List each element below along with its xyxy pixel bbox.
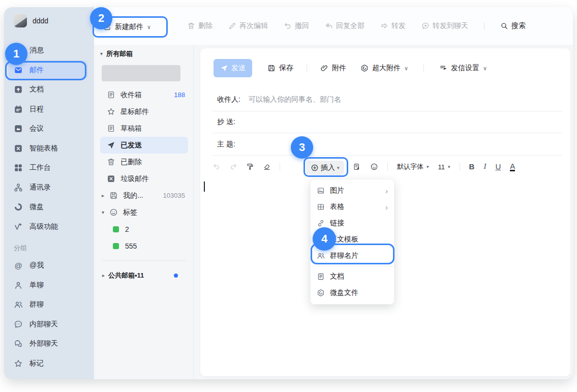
menu-item-drive-file[interactable]: 微盘文件 bbox=[311, 285, 394, 301]
tag-item[interactable]: 2 bbox=[100, 221, 188, 237]
sidebar-item-workbench[interactable]: 工作台 bbox=[4, 158, 94, 178]
font-color-button[interactable]: A bbox=[510, 162, 515, 171]
pencil-icon bbox=[228, 22, 236, 30]
group-section-label: 分组 bbox=[4, 236, 94, 256]
redo-icon[interactable] bbox=[229, 163, 237, 171]
format-painter-icon[interactable] bbox=[246, 163, 254, 171]
sidebar-item-contacts[interactable]: 通讯录 bbox=[4, 178, 94, 198]
large-attachment-button[interactable]: 超大附件 ∨ bbox=[360, 64, 408, 73]
sidebar-item-smart-sheet[interactable]: 智能表格 bbox=[4, 139, 94, 159]
sidebar-item-direct-chat[interactable]: 单聊 bbox=[4, 276, 94, 295]
to-field[interactable]: 收件人: 可以输入你的同事名、部门名 bbox=[212, 88, 562, 111]
folder-deleted[interactable]: 已删除 bbox=[100, 154, 188, 170]
folder-sent[interactable]: 已发送 bbox=[100, 137, 188, 154]
recall-button[interactable]: 撤回 bbox=[284, 21, 309, 31]
send-settings-icon bbox=[439, 64, 447, 72]
step-2-badge: 2 bbox=[90, 7, 112, 29]
sidebar-item-drive[interactable]: 微盘 bbox=[4, 197, 94, 217]
group-card-icon bbox=[317, 252, 325, 260]
insert-button[interactable]: 插入 ▾ bbox=[306, 161, 344, 175]
mail-icon bbox=[14, 66, 23, 75]
delete-button[interactable]: 删除 bbox=[187, 21, 212, 31]
attachment-button[interactable]: 附件 bbox=[320, 64, 346, 73]
advanced-icon bbox=[14, 222, 23, 231]
toolbar-divider bbox=[423, 64, 424, 72]
step-3-badge: 3 bbox=[291, 136, 313, 159]
reply-all-button[interactable]: 回复全部 bbox=[325, 21, 365, 31]
sidebar-item-calendar[interactable]: 日程 bbox=[4, 100, 94, 119]
bold-button[interactable]: B bbox=[469, 163, 475, 171]
chevron-down-icon: ∨ bbox=[483, 66, 487, 71]
folder-inbox[interactable]: 收件箱 188 bbox=[100, 86, 188, 103]
forward-button[interactable]: 转发 bbox=[380, 21, 406, 31]
clear-format-icon[interactable] bbox=[263, 163, 271, 171]
submenu-arrow-icon: › bbox=[385, 187, 388, 195]
editor-toolbar-left bbox=[212, 158, 280, 176]
folder-starred[interactable]: 星标邮件 bbox=[100, 103, 188, 120]
public-mailbox-header[interactable]: ▸ 公共邮箱•11 bbox=[100, 267, 188, 280]
sidebar-item-at-me[interactable]: @ @我 bbox=[4, 256, 94, 276]
toolbar-divider bbox=[307, 64, 307, 72]
sidebar-item-meeting[interactable]: 会议 bbox=[4, 119, 94, 139]
sidebar-item-docs[interactable]: 文档 bbox=[4, 80, 94, 100]
font-family-select[interactable]: 默认字体 ▾ bbox=[397, 162, 429, 171]
toolbar-divider bbox=[460, 163, 460, 171]
app-window: dddd 消息 邮件 文档 日程 bbox=[4, 7, 573, 379]
all-mailboxes-header[interactable]: ▾ 所有邮箱 bbox=[100, 47, 188, 61]
tag-icon bbox=[109, 208, 118, 217]
paperclip-icon bbox=[320, 64, 328, 72]
tags-header[interactable]: ▾ 标签 bbox=[100, 204, 188, 221]
undo-icon bbox=[284, 22, 292, 30]
person-icon bbox=[14, 281, 23, 290]
avatar[interactable] bbox=[14, 14, 27, 27]
cc-field[interactable]: 抄 送: bbox=[212, 111, 562, 133]
edit-again-button[interactable]: 再次编辑 bbox=[228, 21, 268, 31]
sidebar-item-internal-chat[interactable]: 内部聊天 bbox=[4, 315, 94, 335]
user-row[interactable]: dddd bbox=[4, 7, 94, 27]
forward-icon bbox=[380, 22, 388, 30]
recipient-fields: 收件人: 可以输入你的同事名、部门名 抄 送: 主 题: bbox=[212, 88, 562, 156]
large-attachment-icon bbox=[360, 64, 369, 72]
font-size-select[interactable]: 11 ▾ bbox=[438, 163, 450, 171]
chat-bubbles-icon bbox=[14, 339, 23, 348]
forward-to-chat-icon bbox=[421, 22, 430, 30]
italic-button[interactable]: I bbox=[483, 163, 486, 171]
emoji-icon[interactable] bbox=[370, 163, 378, 171]
at-icon: @ bbox=[14, 261, 23, 270]
contacts-icon bbox=[14, 183, 23, 192]
folder-junk[interactable]: 垃圾邮件 bbox=[100, 170, 188, 187]
quote-template-icon[interactable] bbox=[353, 163, 361, 171]
menu-item-table[interactable]: 表格 › bbox=[311, 199, 394, 215]
folder-my-folders[interactable]: ▸ 我的... 103035 bbox=[100, 187, 188, 204]
save-icon bbox=[267, 64, 276, 72]
caret-down-icon: ▾ bbox=[427, 165, 429, 169]
group-nav: @ @我 单聊 群聊 内部聊天 外部聊天 bbox=[4, 256, 94, 373]
search-icon bbox=[500, 22, 508, 30]
undo-icon[interactable] bbox=[212, 163, 221, 171]
step-4-badge: 4 bbox=[313, 227, 336, 251]
menu-item-image[interactable]: 图片 › bbox=[311, 183, 394, 199]
tag-item[interactable]: 555 bbox=[100, 237, 188, 254]
forward-to-chat-button[interactable]: 转发到聊天 bbox=[421, 21, 468, 31]
sent-icon bbox=[107, 141, 115, 149]
sidebar-item-group-chat[interactable]: 群聊 bbox=[4, 295, 94, 315]
save-button[interactable]: 保存 bbox=[267, 64, 293, 73]
folder-count: 103035 bbox=[163, 192, 185, 199]
underline-button[interactable]: U bbox=[495, 163, 501, 171]
to-placeholder: 可以输入你的同事名、部门名 bbox=[249, 95, 341, 104]
folder-drafts[interactable]: 草稿箱 bbox=[100, 120, 188, 137]
search-button[interactable]: 搜索 bbox=[500, 21, 526, 31]
menu-divider bbox=[311, 266, 394, 266]
sidebar-item-advanced[interactable]: 高级功能 bbox=[4, 217, 94, 237]
menu-item-document[interactable]: 文档 bbox=[311, 268, 394, 285]
toolbar-divider bbox=[280, 163, 280, 171]
drive-file-icon bbox=[317, 289, 325, 297]
caret-down-icon: ▾ bbox=[448, 165, 450, 169]
sidebar-item-flagged[interactable]: 标记 bbox=[4, 354, 94, 374]
sidebar-item-external-chat[interactable]: 外部聊天 bbox=[4, 334, 94, 354]
send-settings-button[interactable]: 发信设置 ∨ bbox=[439, 64, 487, 73]
send-button[interactable]: 发送 bbox=[214, 59, 252, 77]
smart-sheet-icon bbox=[14, 144, 23, 153]
subject-field[interactable]: 主 题: bbox=[212, 133, 562, 156]
table-icon bbox=[317, 203, 325, 211]
